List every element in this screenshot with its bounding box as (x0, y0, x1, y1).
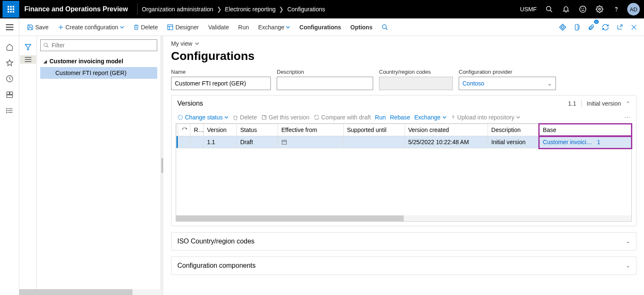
breadcrumb: Organization administration ❯ Electronic… (142, 6, 325, 13)
change-status-button[interactable]: Change status (177, 114, 229, 121)
filter-rail (19, 36, 37, 295)
tree-parent-node[interactable]: ◢ Customer invoicing model (40, 55, 157, 67)
cell-created[interactable]: 5/25/2022 10:22:48 AM (405, 136, 488, 148)
related-pane-button[interactable] (20, 55, 36, 64)
app-launcher[interactable] (3, 1, 19, 18)
paperclip-icon (588, 23, 595, 31)
cell-base[interactable]: Customer invoici… 1 (539, 136, 631, 148)
nav-toggle-button[interactable] (0, 18, 19, 36)
grid-col-status[interactable]: Status (236, 124, 278, 136)
grid-refresh-header[interactable] (178, 124, 190, 136)
diamond-icon (559, 23, 566, 31)
create-configuration-button[interactable]: Create configuration (54, 21, 128, 33)
feedback-button[interactable] (575, 2, 590, 17)
svg-rect-6 (8, 11, 9, 13)
cell-description[interactable]: Initial version (488, 136, 539, 148)
breadcrumb-item[interactable]: Organization administration (142, 6, 213, 13)
filter-icon (24, 43, 32, 51)
version-exchange-button[interactable]: Exchange (414, 114, 446, 121)
provider-select[interactable]: Contoso ⌄ (459, 77, 556, 90)
filter-input[interactable] (52, 42, 154, 49)
settings-button[interactable] (592, 2, 607, 17)
office-button[interactable] (570, 21, 584, 34)
company-code[interactable]: USMF (520, 6, 537, 13)
compare-button[interactable]: Compare with draft (314, 114, 371, 121)
exchange-button[interactable]: Exchange (254, 21, 294, 33)
filter-input-wrapper[interactable] (40, 39, 157, 51)
sidepanel-scrollbar[interactable] (19, 289, 161, 295)
main-content: My view Configurations Name Description … (164, 36, 644, 295)
designer-button[interactable]: Designer (163, 21, 203, 33)
cell-r[interactable] (190, 136, 203, 148)
grid-col-effective[interactable]: Effective from (278, 124, 343, 136)
grid-col-base[interactable]: Base (539, 124, 631, 136)
cycle-icon (177, 114, 183, 120)
workspaces-button[interactable] (3, 88, 16, 101)
save-button[interactable]: Save (23, 21, 53, 33)
help-button[interactable] (609, 2, 624, 17)
validate-button[interactable]: Validate (204, 21, 234, 33)
chevron-down-icon (442, 115, 447, 119)
components-accordion[interactable]: Configuration components ⌄ (171, 256, 636, 275)
options-tab[interactable]: Options (346, 21, 377, 33)
chevron-up-icon[interactable]: ⌃ (626, 101, 630, 106)
grid-col-r[interactable]: R… (190, 124, 203, 136)
breadcrumb-item[interactable]: Configurations (287, 6, 325, 13)
base-link[interactable]: Customer invoici… (543, 139, 592, 145)
favorites-button[interactable] (3, 56, 16, 70)
calendar-icon (281, 139, 287, 145)
grid-col-supported[interactable]: Supported until (343, 124, 405, 136)
trash-icon (233, 114, 238, 121)
grid-row[interactable]: 1.1 Draft 5/25/2022 10:22:48 AM Initial … (177, 136, 631, 148)
run-button[interactable]: Run (234, 21, 253, 33)
modules-button[interactable] (3, 104, 16, 117)
grid-col-description[interactable]: Description (488, 124, 539, 136)
splitter[interactable] (161, 36, 164, 295)
recent-button[interactable] (3, 72, 16, 85)
upload-button[interactable]: Upload into repository (451, 114, 520, 121)
configurations-tab[interactable]: Configurations (295, 21, 345, 33)
popout-button[interactable] (613, 21, 626, 34)
description-input[interactable] (277, 77, 373, 90)
cell-effective[interactable] (278, 136, 343, 148)
refresh-button[interactable] (599, 21, 612, 34)
cell-status[interactable]: Draft (236, 136, 278, 148)
breadcrumb-item[interactable]: Electronic reporting (225, 6, 276, 13)
svg-marker-27 (561, 26, 564, 29)
filter-pane-button[interactable] (21, 40, 35, 54)
diamond-button[interactable] (556, 21, 569, 34)
base-num[interactable]: 1 (597, 139, 600, 145)
close-button[interactable] (627, 21, 641, 34)
find-button[interactable] (377, 21, 392, 33)
tree-child-node[interactable]: Customer FTI report (GER) (40, 67, 157, 79)
svg-marker-41 (25, 44, 31, 50)
version-delete-button[interactable]: Delete (233, 114, 257, 121)
home-button[interactable] (3, 40, 16, 54)
svg-line-10 (550, 10, 552, 12)
search-button[interactable] (542, 2, 557, 17)
attachments-button[interactable]: 0 (584, 21, 598, 34)
grid-col-created[interactable]: Version created (405, 124, 488, 136)
cell-version[interactable]: 1.1 (203, 136, 236, 148)
designer-label: Designer (175, 24, 199, 31)
get-version-button[interactable]: Get this version (261, 114, 309, 121)
header-actions: USMF AD (520, 2, 641, 17)
name-input[interactable] (171, 77, 271, 90)
close-icon (631, 24, 637, 31)
rebase-button[interactable]: Rebase (390, 114, 410, 121)
grid-horizontal-scrollbar[interactable] (176, 215, 631, 221)
cell-supported[interactable] (343, 136, 405, 148)
cell-select[interactable] (178, 136, 190, 148)
header-form: Name Description Country/region codes Co… (171, 69, 636, 90)
user-avatar[interactable]: AD (627, 3, 640, 16)
grid-col-version[interactable]: Version (203, 124, 236, 136)
more-button[interactable]: ⋯ (624, 114, 630, 121)
version-run-button[interactable]: Run (375, 114, 386, 121)
notifications-button[interactable] (558, 2, 574, 17)
versions-card-header[interactable]: Versions 1.1 Initial version ⌃ (171, 96, 636, 111)
svg-point-38 (6, 109, 7, 109)
delete-button[interactable]: Delete (129, 21, 162, 33)
svg-rect-34 (7, 95, 13, 98)
view-selector[interactable]: My view (171, 40, 636, 47)
iso-accordion[interactable]: ISO Country/region codes ⌄ (171, 232, 636, 251)
